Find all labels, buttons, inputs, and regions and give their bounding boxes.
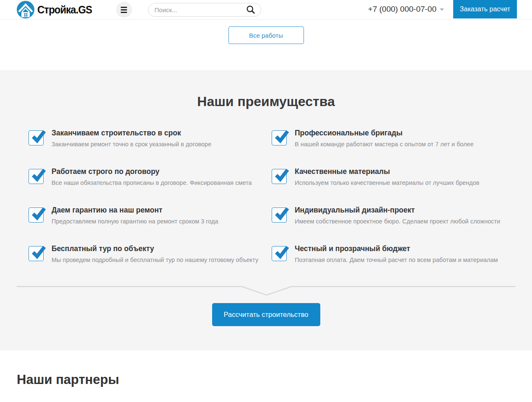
logo-house-icon [16, 0, 35, 19]
header: Стройка.GS +7 (000) 000-07-00 Заказать р… [0, 0, 532, 20]
checkbox-check-icon [29, 169, 44, 184]
advantage-desc: Поэтапная оплата. Даем точный расчет по … [295, 257, 515, 263]
phone-number: +7 (000) 000-07-00 [368, 5, 436, 14]
menu-button[interactable] [116, 2, 132, 18]
checkbox-check-icon [272, 246, 287, 261]
checkbox-check-icon [29, 207, 44, 223]
advantage-title: Честный и прозрачный бюджет [295, 244, 515, 253]
advantages-title: Наши преимущества [0, 71, 532, 109]
advantage-title: Профессиональные бригады [295, 129, 515, 137]
search-box [148, 3, 261, 17]
advantage-desc: Предоставляем полную гарантию на ремонт … [52, 218, 272, 225]
checkbox-check-icon [272, 207, 287, 223]
checkbox-check-icon [29, 246, 44, 261]
header-right: +7 (000) 000-07-00 Заказать расчет [368, 0, 532, 20]
advantage-desc: Используем только качественные материалы… [295, 179, 515, 186]
advantage-item: Профессиональные бригады В нашей команде… [272, 129, 515, 155]
order-calculation-button[interactable]: Заказать расчет [453, 0, 517, 18]
chevron-down-icon [440, 8, 444, 11]
advantage-item: Даем гарантию на наш ремонт Предоставляе… [29, 206, 272, 232]
advantage-title: Даем гарантию на наш ремонт [52, 206, 272, 215]
advantage-title: Работаем строго по договору [52, 167, 272, 176]
advantage-item: Индивидуальный дизайн-проект Имеем собст… [272, 206, 515, 232]
partners-title: Наши партнеры [17, 372, 515, 387]
chevron-notch-divider [17, 285, 515, 296]
cta-wrap: Рассчитать строительство [0, 303, 532, 326]
calculate-construction-button[interactable]: Рассчитать строительство [212, 303, 320, 326]
works-strip: Все работы [0, 20, 532, 70]
advantage-item: Бесплатный тур по объекту Мы проведем по… [29, 244, 272, 270]
partners-section: Наши партнеры [0, 350, 532, 387]
checkbox-check-icon [272, 169, 287, 184]
search-icon[interactable] [246, 5, 255, 14]
advantage-title: Заканчиваем строительство в срок [52, 129, 272, 137]
search-input[interactable] [154, 6, 246, 14]
advantage-desc: В нашей команде работают мастера с опыто… [295, 141, 515, 148]
advantage-title: Качественные материалы [295, 167, 515, 176]
advantage-desc: Все наши обязательства прописаны в догов… [52, 179, 272, 186]
checkbox-check-icon [272, 130, 287, 145]
advantages-section: Наши преимущества Заканчиваем строительс… [0, 70, 532, 350]
advantage-title: Бесплатный тур по объекту [52, 244, 272, 253]
advantage-title: Индивидуальный дизайн-проект [295, 206, 515, 215]
advantage-item: Работаем строго по договору Все наши обя… [29, 167, 272, 193]
advantage-desc: Заканчиваем ремонт точно в срок указанны… [52, 141, 272, 148]
hamburger-icon [121, 7, 127, 8]
logo[interactable]: Стройка.GS [16, 0, 97, 19]
advantage-desc: Мы проведем подробный и бесплатный тур п… [52, 257, 272, 263]
phone-dropdown[interactable]: +7 (000) 000-07-00 [368, 0, 444, 18]
all-works-button[interactable]: Все работы [228, 26, 304, 44]
advantage-desc: Имеем собственное проектное бюро. Сделае… [295, 218, 515, 225]
checkbox-check-icon [29, 130, 44, 145]
advantages-grid: Заканчиваем строительство в срок Заканчи… [29, 129, 532, 270]
advantage-item: Качественные материалы Используем только… [272, 167, 515, 193]
advantage-item: Заканчиваем строительство в срок Заканчи… [29, 129, 272, 155]
advantage-item: Честный и прозрачный бюджет Поэтапная оп… [272, 244, 515, 270]
logo-text: Стройка.GS [37, 3, 92, 16]
